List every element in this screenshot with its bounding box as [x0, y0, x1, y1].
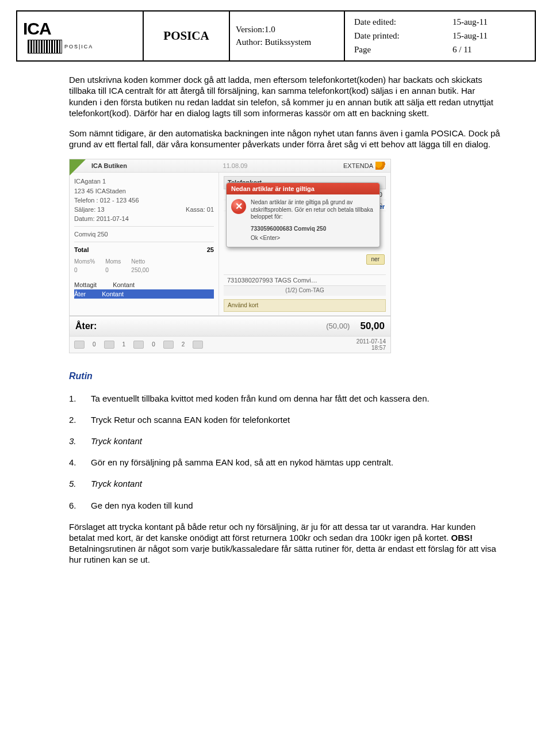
- para3-part-b: Betalningsrutinen är något som varje but…: [69, 544, 496, 564]
- version-label: Version:: [236, 25, 264, 34]
- alert-message: Nedan artiklar är inte giltiga på grund …: [251, 199, 375, 221]
- author-value: Butikssystem: [264, 37, 311, 47]
- meta-cell: Date edited:15-aug-11 Date printed:15-au…: [345, 12, 535, 60]
- kassa: Kassa: 01: [186, 205, 214, 213]
- pager-label: (1/2) Com-TAG: [224, 285, 386, 296]
- ater-paren: (50,00): [326, 322, 350, 331]
- rutin-step-6: Ge den nya koden till kund: [85, 500, 501, 511]
- para3-part-a: Förslaget att trycka kontant på både ret…: [69, 522, 476, 543]
- receipt-date: Datum: 2011-07-14: [74, 215, 214, 223]
- version-cell: Version:1.0 Author: Butikssystem: [230, 12, 345, 60]
- pay-kontant-label-2: Kontant: [102, 290, 124, 298]
- printed-value: 15-aug-11: [448, 30, 528, 43]
- addr1: ICAgatan 1: [74, 177, 214, 185]
- rutin-heading: Rutin: [69, 371, 501, 382]
- moms-v1: 0: [74, 267, 95, 274]
- error-icon: ✕: [231, 199, 246, 214]
- status-count-0: 0: [93, 341, 96, 349]
- rutin-list: Ta eventuellt tillbaka kvittot med koden…: [69, 393, 501, 511]
- moms-v3: 250,00: [131, 267, 149, 274]
- pay-mottagit-label: Mottagit: [74, 281, 97, 289]
- ica-logo: ICA: [23, 19, 51, 39]
- rutin-step-4: Gör en ny försäljning på samma EAN kod, …: [85, 457, 501, 468]
- printed-label: Date printed:: [352, 30, 447, 43]
- status-time: 18:57: [356, 345, 386, 351]
- anvand-kort-field[interactable]: Använd kort: [224, 299, 386, 312]
- receipt-panel: ICAgatan 1 123 45 ICAStaden Telefon : 01…: [70, 173, 219, 315]
- moms-h1: Moms%: [74, 258, 95, 266]
- telephone: Telefon : 012 - 123 456: [74, 196, 214, 204]
- rutin-step-3: Tryck kontant: [85, 436, 501, 446]
- pay-ater-label: Åter: [74, 290, 86, 298]
- invalid-articles-dialog: Nedan artiklar är inte giltiga ✕ Nedan a…: [226, 182, 380, 247]
- status-icon-1[interactable]: [74, 341, 85, 349]
- payment-row-received[interactable]: Mottagit Kontant: [74, 280, 214, 289]
- page-value: 6 / 11: [448, 44, 528, 56]
- seller: Säljare: 13: [74, 205, 105, 213]
- total-value: 25: [207, 246, 214, 254]
- status-count-2: 2: [182, 341, 185, 349]
- moms-h3: Netto: [131, 258, 149, 266]
- doc-title: POSICA: [163, 29, 209, 43]
- status-icon-2[interactable]: [104, 341, 114, 349]
- paragraph-2: Som nämnt tidigare, är den automatiska b…: [69, 128, 501, 150]
- total-label: Total: [74, 246, 89, 254]
- extenda-logo-icon: [375, 162, 386, 170]
- logo-cell: ICA POS|ICA: [17, 12, 144, 60]
- paragraph-3: Förslaget att trycka kontant på både ret…: [69, 521, 501, 566]
- status-bar: 0 1 0 2 2011-07-14 18:57: [70, 336, 390, 353]
- line-item: Comviq 250: [74, 230, 214, 238]
- pos-screenshot: ICA Butiken 11.08.09 EXTENDA ICAgatan 1 …: [69, 159, 391, 353]
- moms-v2: 0: [105, 267, 121, 274]
- alert-ok-hint[interactable]: Ok <Enter>: [251, 235, 375, 242]
- status-icon-4[interactable]: [163, 341, 174, 349]
- alert-title: Nedan artiklar är inte giltiga: [227, 183, 379, 194]
- obs-label: OBS!: [451, 533, 473, 543]
- status-count-0b: 0: [152, 341, 155, 349]
- paragraph-1: Den utskrivna koden kommer dock gå att l…: [69, 74, 501, 119]
- rutin-step-5: Tryck kontant: [85, 478, 501, 489]
- edited-value: 15-aug-11: [448, 16, 528, 29]
- author-label: Author:: [236, 37, 263, 47]
- top-time: 11.08.09: [223, 162, 248, 170]
- sublogo-text: POS|ICA: [64, 44, 93, 49]
- return-amount-bar: Åter: (50,00) 50,00: [70, 316, 390, 336]
- tags-row[interactable]: 7310380207993 TAGS Comvi…: [224, 274, 386, 285]
- moms-h2: Moms: [105, 258, 121, 266]
- addr2: 123 45 ICAStaden: [74, 187, 214, 195]
- corner-fold-icon: [70, 159, 86, 175]
- payment-row-return-selected[interactable]: Åter Kontant: [74, 289, 214, 299]
- ner-button[interactable]: ner: [366, 254, 385, 265]
- edited-label: Date edited:: [352, 16, 447, 29]
- store-name: ICA Butiken: [91, 162, 127, 170]
- alert-article: 7330596000683 Comviq 250: [251, 226, 375, 233]
- rutin-step-1: Ta eventuellt tillbaka kvittot med koden…: [85, 393, 501, 404]
- page-label: Page: [352, 44, 447, 56]
- status-date: 2011-07-14: [356, 338, 386, 345]
- brand-name: EXTENDA: [343, 162, 373, 170]
- status-icon-5[interactable]: [193, 341, 203, 349]
- rutin-step-2: Tryck Retur och scanna EAN koden för tel…: [85, 414, 501, 425]
- ater-big-label: Åter:: [75, 320, 97, 332]
- status-icon-3[interactable]: [133, 341, 144, 349]
- title-cell: POSICA: [144, 12, 230, 60]
- document-header: ICA POS|ICA POSICA Version:1.0 Author: B…: [16, 10, 536, 62]
- status-count-1: 1: [122, 341, 126, 349]
- barcode-icon: [28, 40, 62, 54]
- ater-value: 50,00: [360, 320, 385, 333]
- pay-kontant-label: Kontant: [113, 281, 135, 289]
- version-value: 1.0: [264, 25, 275, 34]
